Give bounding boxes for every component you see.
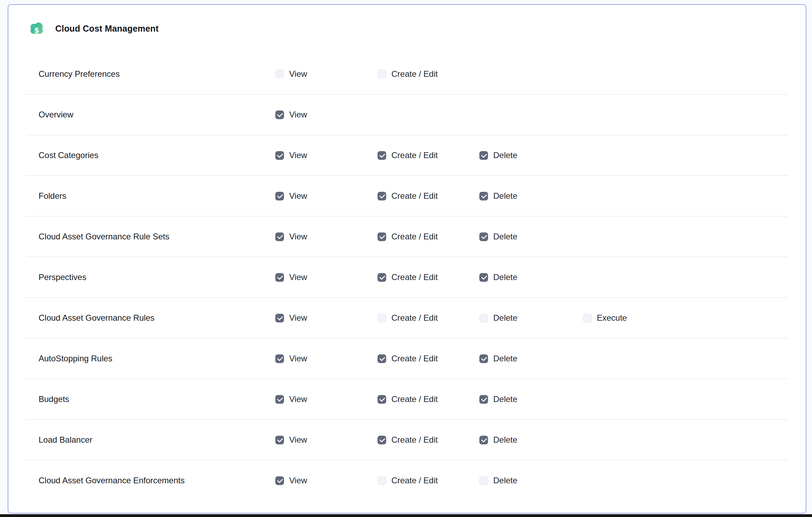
permission-cell-view: View <box>275 150 377 160</box>
delete-label: Delete <box>493 191 517 201</box>
cloud-dollar-icon: $ <box>29 21 45 36</box>
create-edit-label: Create / Edit <box>391 476 438 485</box>
view-label: View <box>289 435 307 445</box>
delete-checkbox[interactable] <box>479 314 488 322</box>
create-edit-label: Create / Edit <box>391 232 438 241</box>
view-checkbox[interactable] <box>275 192 284 200</box>
resource-name: Cloud Asset Governance Rules <box>39 313 275 323</box>
create-edit-checkbox[interactable] <box>377 354 386 363</box>
execute-checkbox[interactable] <box>583 314 592 322</box>
permission-row: Currency PreferencesViewCreate / Edit <box>26 54 788 94</box>
dollar-glyph: $ <box>34 26 39 34</box>
view-label: View <box>289 394 307 404</box>
resource-name: Budgets <box>39 394 275 404</box>
delete-label: Delete <box>493 272 517 282</box>
permission-cell-view: View <box>275 232 377 241</box>
view-label: View <box>289 110 307 120</box>
view-checkbox[interactable] <box>275 476 284 485</box>
permission-cell-view: View <box>275 69 377 79</box>
resource-name: Overview <box>39 110 275 120</box>
resource-name: AutoStopping Rules <box>39 354 275 363</box>
permission-row: PerspectivesViewCreate / EditDelete <box>26 257 788 297</box>
delete-label: Delete <box>493 354 517 363</box>
permission-cell-create-edit: Create / Edit <box>377 394 479 404</box>
card-header: $ Cloud Cost Management <box>8 5 806 36</box>
view-label: View <box>289 232 307 241</box>
permission-row: OverviewView <box>26 94 788 135</box>
permission-row: Cloud Asset Governance Rule SetsViewCrea… <box>26 216 788 257</box>
view-checkbox[interactable] <box>275 436 284 444</box>
create-edit-label: Create / Edit <box>391 272 438 282</box>
resource-name: Cloud Asset Governance Rule Sets <box>39 232 275 241</box>
delete-label: Delete <box>493 150 517 160</box>
resource-name: Cost Categories <box>39 150 275 160</box>
delete-label: Delete <box>493 394 517 404</box>
create-edit-label: Create / Edit <box>391 191 438 201</box>
delete-label: Delete <box>493 313 517 323</box>
permission-cell-create-edit: Create / Edit <box>377 476 479 485</box>
delete-checkbox[interactable] <box>479 436 488 444</box>
create-edit-checkbox[interactable] <box>377 151 386 160</box>
execute-label: Execute <box>597 313 627 323</box>
delete-label: Delete <box>493 435 517 445</box>
create-edit-label: Create / Edit <box>391 150 438 160</box>
view-checkbox[interactable] <box>275 110 284 119</box>
view-checkbox[interactable] <box>275 314 284 322</box>
permission-cell-create-edit: Create / Edit <box>377 313 479 323</box>
permission-row: BudgetsViewCreate / EditDelete <box>26 379 788 419</box>
permission-cell-create-edit: Create / Edit <box>377 272 479 282</box>
view-label: View <box>289 69 307 79</box>
create-edit-checkbox[interactable] <box>377 314 386 322</box>
create-edit-checkbox[interactable] <box>377 232 386 241</box>
permission-row: Cloud Asset Governance EnforcementsViewC… <box>26 460 788 501</box>
view-checkbox[interactable] <box>275 354 284 363</box>
view-label: View <box>289 150 307 160</box>
permission-cell-create-edit: Create / Edit <box>377 191 479 201</box>
window-bottom-edge <box>0 514 812 517</box>
create-edit-checkbox[interactable] <box>377 69 386 78</box>
create-edit-checkbox[interactable] <box>377 395 386 404</box>
cloud-cost-management-permissions-card: $ Cloud Cost Management Currency Prefere… <box>8 4 806 514</box>
delete-checkbox[interactable] <box>479 395 488 404</box>
view-label: View <box>289 191 307 201</box>
create-edit-checkbox[interactable] <box>377 436 386 444</box>
create-edit-checkbox[interactable] <box>377 476 386 485</box>
delete-label: Delete <box>493 476 517 485</box>
view-checkbox[interactable] <box>275 273 284 282</box>
permission-cell-view: View <box>275 394 377 404</box>
view-checkbox[interactable] <box>275 395 284 404</box>
permission-row: FoldersViewCreate / EditDelete <box>26 175 788 216</box>
delete-checkbox[interactable] <box>479 273 488 282</box>
permission-cell-create-edit: Create / Edit <box>377 354 479 363</box>
delete-checkbox[interactable] <box>479 354 488 363</box>
view-checkbox[interactable] <box>275 151 284 160</box>
permission-cell-execute: Execute <box>583 313 694 323</box>
permission-cell-view: View <box>275 272 377 282</box>
permission-cell-delete: Delete <box>479 394 583 404</box>
view-label: View <box>289 476 307 485</box>
view-label: View <box>289 313 307 323</box>
resource-name: Folders <box>39 191 275 201</box>
resource-name: Currency Preferences <box>39 69 275 79</box>
permission-row: AutoStopping RulesViewCreate / EditDelet… <box>26 338 788 379</box>
delete-checkbox[interactable] <box>479 232 488 241</box>
resource-name: Cloud Asset Governance Enforcements <box>39 476 275 485</box>
view-label: View <box>289 354 307 363</box>
permission-cell-view: View <box>275 191 377 201</box>
permission-cell-view: View <box>275 476 377 485</box>
resource-name: Load Balancer <box>39 435 275 445</box>
create-edit-checkbox[interactable] <box>377 273 386 282</box>
create-edit-label: Create / Edit <box>391 354 438 363</box>
delete-checkbox[interactable] <box>479 476 488 485</box>
permission-cell-view: View <box>275 313 377 323</box>
permission-cell-delete: Delete <box>479 150 583 160</box>
permission-cell-create-edit: Create / Edit <box>377 435 479 445</box>
view-checkbox[interactable] <box>275 69 284 78</box>
delete-checkbox[interactable] <box>479 151 488 160</box>
delete-checkbox[interactable] <box>479 192 488 200</box>
view-checkbox[interactable] <box>275 232 284 241</box>
permission-cell-view: View <box>275 110 377 120</box>
permission-cell-delete: Delete <box>479 354 583 363</box>
permission-cell-create-edit: Create / Edit <box>377 150 479 160</box>
create-edit-checkbox[interactable] <box>377 192 386 200</box>
